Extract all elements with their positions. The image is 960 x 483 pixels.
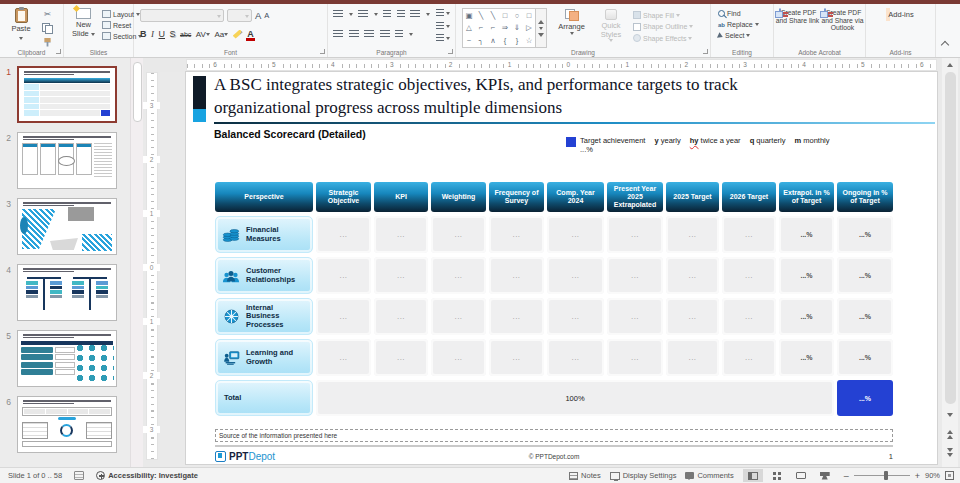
brace-shape-icon[interactable]: }	[516, 37, 519, 45]
column-header[interactable]: Ongoing in % of Target	[837, 182, 893, 212]
legend[interactable]: Target achievement...% y yearly hy twice…	[566, 136, 830, 154]
zoom-out-button[interactable]: –	[844, 472, 849, 480]
total-weighting-value[interactable]: 100%	[316, 380, 834, 416]
table-cell[interactable]: ...	[316, 257, 371, 294]
arrow-shape-icon[interactable]: ⇒	[502, 24, 508, 32]
scroll-down-button[interactable]	[942, 408, 958, 421]
table-cell[interactable]: ...	[666, 339, 719, 376]
columns-icon[interactable]	[395, 30, 403, 39]
shrink-font-button[interactable]: A	[264, 11, 269, 20]
column-header[interactable]: Extrapol. in % of Target	[779, 182, 834, 212]
highlight-color-icon[interactable]	[233, 30, 243, 39]
table-cell[interactable]: ...	[722, 298, 776, 335]
line-shape-icon[interactable]: ╲	[479, 12, 484, 20]
find-button[interactable]: Find	[718, 10, 759, 17]
table-cell[interactable]: ...	[666, 257, 719, 294]
curve-shape-icon[interactable]: ╮	[479, 37, 484, 45]
column-header[interactable]: Strategic Objective	[316, 182, 371, 212]
bullets-icon[interactable]	[333, 10, 343, 19]
row-header[interactable]: Customer Relationships	[215, 257, 313, 294]
shape-fill-button[interactable]: Shape Fill	[633, 11, 693, 19]
font-name-combo[interactable]	[140, 9, 224, 22]
decrease-indent-icon[interactable]	[383, 10, 391, 19]
copy-icon[interactable]	[42, 23, 53, 33]
callout-shape-icon[interactable]: ▷	[526, 24, 532, 32]
row-header[interactable]: Financial Measures	[215, 216, 313, 253]
cut-icon[interactable]: ✂	[42, 9, 53, 19]
total-ongoing-value[interactable]: ...%	[837, 380, 893, 416]
collapse-ribbon-icon[interactable]	[941, 41, 949, 49]
triangle-shape-icon[interactable]: △	[466, 24, 472, 32]
column-header[interactable]: KPI	[374, 182, 428, 212]
table-cell[interactable]: ...	[316, 216, 371, 253]
quick-styles-button[interactable]: Quick Styles	[593, 9, 629, 42]
font-dialog-launcher[interactable]	[320, 49, 325, 54]
angle-shape-icon[interactable]: ∧	[490, 37, 496, 45]
numbering-icon[interactable]	[358, 10, 368, 19]
thumbnail-slide-4[interactable]: 4	[0, 264, 130, 321]
create-pdf-share-outlook-button[interactable]: Create PDF and Share via Outlook	[820, 9, 865, 32]
main-scrollbar-thumb[interactable]	[945, 72, 956, 404]
normal-view-button[interactable]	[743, 469, 763, 482]
font-size-combo[interactable]	[227, 9, 252, 22]
zoom-slider[interactable]	[854, 475, 910, 476]
thumbnail-scrollbar-thumb[interactable]	[133, 62, 142, 122]
create-pdf-share-link-button[interactable]: Create PDF and Share link	[775, 9, 820, 24]
column-header[interactable]: Present Year 2025 Extrapolated	[607, 182, 663, 212]
table-cell[interactable]: ...	[431, 257, 486, 294]
grow-font-button[interactable]: A	[255, 10, 261, 21]
table-cell[interactable]: ...	[374, 216, 428, 253]
comments-button[interactable]: Comments	[685, 471, 733, 480]
thumbnail-scrollbar[interactable]	[130, 58, 143, 467]
table-cell[interactable]: ...	[722, 339, 776, 376]
row-header[interactable]: Learning and Growth	[215, 339, 313, 376]
next-slide-button[interactable]	[942, 446, 958, 459]
table-cell[interactable]: ...	[666, 298, 719, 335]
star-shape-icon[interactable]: ☆	[526, 37, 533, 45]
column-header[interactable]: Weighting	[431, 182, 486, 212]
horizontal-ruler[interactable]: 6543210123456	[160, 58, 941, 72]
oval-shape-icon[interactable]: ○	[515, 12, 520, 20]
previous-slide-button[interactable]	[942, 428, 958, 441]
corner-shape-icon[interactable]: ⌐	[491, 24, 495, 32]
table-cell[interactable]: ...	[489, 216, 544, 253]
slide-sorter-view-button[interactable]	[767, 469, 787, 482]
slide-canvas[interactable]: A BSC integrates strategic objectives, K…	[186, 72, 937, 464]
thumbnail-slide-5[interactable]: 5	[0, 330, 130, 387]
replace-button[interactable]: abReplace	[718, 21, 759, 28]
table-cell[interactable]: ...	[431, 339, 486, 376]
line-shape-icon[interactable]: ╲	[491, 12, 496, 20]
table-cell[interactable]: ...	[547, 216, 604, 253]
arrow-down-shape-icon[interactable]: ⇓	[514, 24, 520, 32]
table-cell[interactable]: ...	[374, 298, 428, 335]
italic-button[interactable]: I	[151, 29, 154, 39]
arrange-button[interactable]: Arrange	[553, 9, 590, 35]
row-header[interactable]: Internal Business Processes	[215, 298, 313, 335]
zoom-level[interactable]: 90%	[925, 471, 940, 480]
slideshow-view-button[interactable]	[815, 469, 835, 482]
convert-smartart-icon[interactable]	[436, 34, 450, 43]
justify-icon[interactable]	[380, 30, 390, 39]
table-cell[interactable]: ...	[431, 216, 486, 253]
text-direction-icon[interactable]	[436, 9, 450, 18]
strikethrough-button[interactable]: abc	[180, 31, 191, 38]
notes-button[interactable]: Notes	[569, 471, 601, 480]
clipboard-dialog-launcher[interactable]	[56, 49, 61, 54]
thumbnail-slide-3[interactable]: 3	[0, 198, 130, 255]
main-scrollbar[interactable]	[942, 58, 958, 467]
table-cell[interactable]: ...	[722, 257, 776, 294]
underline-button[interactable]: U	[159, 29, 166, 39]
table-cell[interactable]: ...	[666, 216, 719, 253]
table-cell[interactable]: ...	[316, 339, 371, 376]
table-cell[interactable]: ...%	[779, 298, 834, 335]
align-left-icon[interactable]	[333, 30, 343, 39]
shape-gallery[interactable]: ▣╲╲□○□ △⌐⌐⇒⇓▷ ~╮∧{}☆	[462, 8, 536, 48]
thumbnail-slide-2[interactable]: 2	[0, 132, 130, 189]
corner-shape-icon[interactable]: ⌐	[479, 24, 483, 32]
table-cell[interactable]: ...	[607, 257, 663, 294]
table-cell[interactable]: ...	[607, 298, 663, 335]
change-case-button[interactable]: Aa	[214, 30, 228, 39]
table-cell[interactable]: ...%	[837, 257, 893, 294]
column-header[interactable]: Comp. Year 2024	[547, 182, 604, 212]
table-cell[interactable]: ...%	[779, 257, 834, 294]
